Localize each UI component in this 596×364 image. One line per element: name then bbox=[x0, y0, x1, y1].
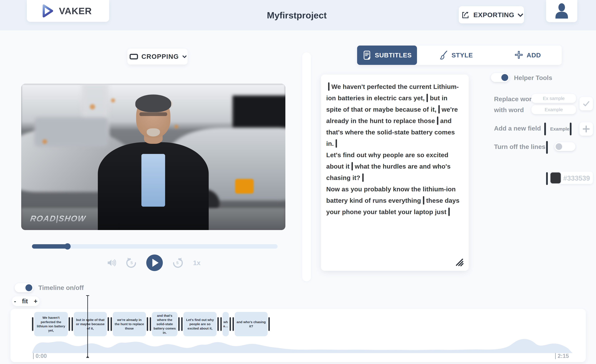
plus-icon bbox=[514, 51, 523, 60]
resize-handle-icon[interactable] bbox=[455, 257, 464, 267]
progress-knob[interactable] bbox=[64, 243, 71, 250]
start-time-value: 0:00 bbox=[36, 353, 47, 359]
rewind-5-button[interactable]: 5 bbox=[125, 257, 137, 268]
subtitle-split-bar[interactable] bbox=[268, 317, 270, 331]
audio-waveform[interactable] bbox=[32, 336, 573, 353]
crop-frame-icon bbox=[130, 54, 138, 59]
subtitle-split-bar[interactable] bbox=[217, 317, 219, 331]
subtitle-split-bar[interactable] bbox=[335, 139, 337, 148]
field-split-bar[interactable] bbox=[570, 123, 572, 135]
font-color-swatch[interactable] bbox=[551, 172, 561, 183]
bokeh-light bbox=[174, 125, 178, 128]
check-icon bbox=[582, 100, 590, 108]
panel-divider bbox=[302, 52, 311, 281]
timeline-playhead[interactable] bbox=[87, 295, 88, 358]
timeline-segment[interactable]: wha… bbox=[223, 312, 229, 336]
plus-icon bbox=[582, 125, 590, 133]
add-field-placeholder[interactable]: Example bbox=[550, 126, 569, 132]
cropping-dropdown[interactable]: CROPPING bbox=[127, 49, 188, 65]
subtitle-split-bar[interactable] bbox=[220, 317, 222, 331]
turn-off-lines-toggle[interactable] bbox=[555, 142, 575, 151]
svg-text:5: 5 bbox=[131, 260, 133, 265]
subtitle-split-bar[interactable] bbox=[351, 162, 353, 171]
tab-label: SUBTITLES bbox=[375, 52, 412, 59]
subtitle-split-bar[interactable] bbox=[438, 105, 440, 113]
toggle-knob bbox=[501, 74, 508, 81]
chevron-down-icon bbox=[518, 11, 523, 17]
zoom-in-button[interactable]: + bbox=[34, 298, 37, 305]
subtitle-split-bar[interactable] bbox=[181, 317, 183, 331]
font-color-hex: #333539 bbox=[563, 174, 590, 182]
brand-name: VAKER bbox=[59, 6, 92, 16]
bokeh-light bbox=[111, 98, 115, 103]
timeline-segment[interactable]: but in spite of that or maybe because of… bbox=[74, 312, 107, 336]
subtitle-split-bar[interactable] bbox=[448, 208, 450, 216]
chevron-down-icon bbox=[182, 54, 187, 58]
video-progress-bar[interactable] bbox=[32, 244, 278, 249]
play-button[interactable] bbox=[146, 254, 163, 271]
subtitle-split-bar[interactable] bbox=[437, 117, 438, 125]
helper-tools-title: Helper Tools bbox=[514, 74, 552, 82]
subtitle-split-bar[interactable] bbox=[426, 94, 428, 102]
field-split-bar[interactable] bbox=[544, 123, 546, 135]
timeline-segment[interactable]: and who's chasing it? bbox=[235, 312, 268, 336]
subtitle-split-bar[interactable] bbox=[328, 82, 329, 91]
presenter-shirt bbox=[142, 154, 165, 207]
end-time-value: 2:15 bbox=[558, 353, 569, 359]
subtitle-split-bar[interactable] bbox=[362, 173, 364, 182]
timeline-toggle[interactable] bbox=[15, 283, 33, 292]
timeline-toggle-label: Timeline on/off bbox=[38, 284, 84, 291]
subtitle-split-bar[interactable] bbox=[147, 317, 148, 331]
volume-button[interactable] bbox=[106, 258, 116, 268]
subtitle-text[interactable]: We haven't perfected the current Lithium… bbox=[326, 81, 463, 218]
subtitle-split-bar[interactable] bbox=[69, 317, 70, 331]
brand-logo[interactable]: VAKER bbox=[27, 0, 109, 22]
subtitle-split-bar[interactable] bbox=[32, 317, 33, 331]
add-field-label: Add a new field bbox=[494, 125, 541, 132]
subtitle-split-bar[interactable] bbox=[230, 317, 231, 331]
timeline-segments: We haven't perfected the lithium ion bat… bbox=[31, 312, 271, 336]
timeline-segment[interactable]: we're already in the hunt to replace tho… bbox=[113, 312, 146, 336]
field-split-bar[interactable] bbox=[546, 141, 548, 154]
user-icon bbox=[554, 3, 569, 19]
tab-label: ADD bbox=[527, 52, 541, 59]
forward-5-button[interactable]: 5 bbox=[172, 257, 184, 268]
apply-replace-button[interactable] bbox=[580, 97, 593, 111]
subtitle-split-bar[interactable] bbox=[178, 317, 180, 331]
playhead-cap bbox=[86, 295, 89, 296]
tab-style[interactable]: STYLE bbox=[417, 45, 495, 65]
timeline-segment[interactable]: Let's find out why people are so excited… bbox=[183, 312, 216, 336]
replace-word-input[interactable] bbox=[531, 94, 576, 103]
exporting-label: EXPORTING bbox=[473, 11, 514, 19]
presenter-hair bbox=[135, 95, 171, 112]
field-split-bar[interactable] bbox=[546, 172, 548, 185]
avatar[interactable] bbox=[546, 0, 577, 22]
tab-label: STYLE bbox=[451, 52, 473, 59]
tab-add[interactable]: ADD bbox=[495, 45, 560, 65]
subtitle-split-bar[interactable] bbox=[423, 196, 424, 205]
zoom-fit-button[interactable]: fit bbox=[22, 298, 28, 305]
video-car-indicator bbox=[235, 179, 254, 193]
play-logo-icon bbox=[41, 4, 55, 18]
exporting-button[interactable]: EXPORTING bbox=[459, 6, 524, 23]
subtitle-split-bar[interactable] bbox=[108, 317, 109, 331]
tab-subtitles[interactable]: SUBTITLES bbox=[357, 45, 417, 65]
rewind-5-icon: 5 bbox=[125, 257, 137, 268]
timeline-segment[interactable]: We haven't perfected the lithium ion bat… bbox=[34, 312, 68, 336]
subtitle-split-bar[interactable] bbox=[232, 317, 234, 331]
timeline-segment[interactable]: and that's where the solid-state battery… bbox=[152, 312, 178, 336]
export-icon bbox=[461, 10, 470, 19]
subtitle-split-bar[interactable] bbox=[150, 317, 151, 331]
subtitle-split-bar[interactable] bbox=[111, 317, 112, 331]
toggle-knob bbox=[556, 143, 562, 150]
add-field-button[interactable] bbox=[580, 122, 593, 136]
playback-speed[interactable]: 1x bbox=[193, 259, 201, 267]
subtitle-editor[interactable]: We haven't perfected the current Lithium… bbox=[321, 74, 469, 271]
subtitle-split-bar[interactable] bbox=[72, 317, 73, 331]
video-player[interactable]: ROAD|SHOW bbox=[21, 84, 285, 230]
with-word-input[interactable] bbox=[531, 105, 576, 114]
zoom-out-button[interactable]: - bbox=[14, 298, 16, 305]
time-tick bbox=[33, 353, 34, 359]
timeline-start-time: 0:00 bbox=[33, 353, 47, 359]
helper-tools-toggle[interactable] bbox=[491, 73, 509, 82]
